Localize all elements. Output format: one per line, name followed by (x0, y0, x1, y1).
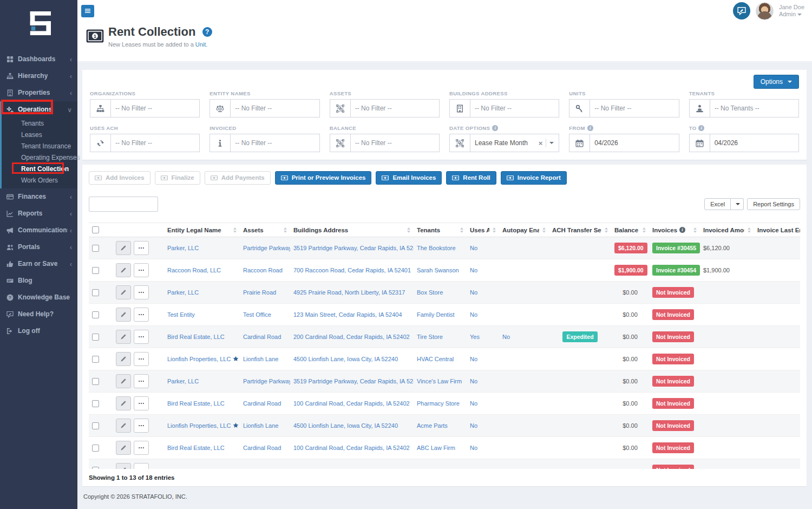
sidebar-item-communications[interactable]: Communications‹ (0, 222, 77, 239)
row-checkbox[interactable] (92, 289, 99, 296)
row-checkbox[interactable] (92, 267, 99, 274)
sidebar-item-dashboards[interactable]: Dashboards‹ (0, 51, 77, 68)
invoice-badge[interactable]: Not Invoiced (652, 331, 694, 342)
filter-units-input[interactable]: -- No Filter -- (569, 99, 679, 118)
sort-icon[interactable] (690, 227, 697, 233)
tenant-link[interactable]: Family Dentist (417, 311, 455, 318)
sidebar-item-rent-collection[interactable]: Rent Collection (2, 164, 77, 175)
edit-row-button[interactable] (116, 308, 131, 322)
sort-icon[interactable] (230, 227, 237, 233)
column-header-invoices[interactable]: Invoicesi (649, 223, 700, 237)
tenant-link[interactable]: The Bookstore (417, 245, 456, 251)
sidebar-item-blog[interactable]: Blog (0, 272, 77, 289)
filter-invoiced-input[interactable]: -- No Filter -- (209, 134, 319, 152)
entity-link[interactable]: Bird Real Estate, LLC (167, 445, 225, 451)
column-header-autopay-enabled[interactable]: Autopay Enabled (499, 223, 549, 237)
sidebar-item-reports[interactable]: Reports‹ (0, 205, 77, 222)
edit-row-button[interactable] (116, 263, 131, 277)
tenant-link[interactable]: Sarah Swanson (417, 267, 459, 273)
sort-icon[interactable] (639, 227, 646, 233)
asset-link[interactable]: Lionfish Lane (243, 356, 278, 362)
entity-link[interactable]: Test Entity (167, 311, 195, 318)
address-link[interactable]: 123 Main Street, Cedar Rapids, IA 52404 (293, 311, 402, 318)
filter-balance-input[interactable]: -- No Filter -- (330, 134, 440, 152)
row-checkbox[interactable] (92, 400, 99, 407)
asset-link[interactable]: Prairie Road (243, 289, 276, 296)
address-link[interactable]: 200 Cardinal Road, Cedar Rapids, IA 5240… (293, 334, 410, 340)
sidebar-item-knowledge-base[interactable]: ?Knowledge Base (0, 289, 77, 306)
avatar[interactable] (756, 2, 774, 20)
sidebar-item-operating-expenses[interactable]: Operating Expenses (2, 152, 77, 164)
page-help-icon[interactable]: ? (202, 27, 212, 37)
entity-link[interactable]: Bird Real Estate, LLC (167, 400, 225, 407)
column-header-balance[interactable]: Balance (611, 223, 649, 237)
filter-assets-input[interactable]: -- No Filter -- (330, 99, 440, 118)
row-more-actions-button[interactable] (134, 374, 149, 388)
tenant-link[interactable]: Pharmacy Store (417, 400, 460, 407)
tenant-link[interactable]: Box Store (417, 289, 443, 296)
sidebar-item-work-orders[interactable]: Work Orders (2, 175, 77, 186)
excel-button[interactable]: Excel (704, 198, 731, 210)
report-settings-button[interactable]: Report Settings (747, 198, 800, 210)
invoice-badge[interactable]: Not Invoiced (652, 398, 694, 409)
column-header-uses-ach[interactable]: Uses ACH (467, 223, 499, 237)
entity-link[interactable]: Parker, LLC (167, 378, 199, 384)
email-invoices-button[interactable]: Email Invoices (376, 171, 442, 185)
sort-icon[interactable] (457, 227, 463, 233)
entity-link[interactable]: Lionfish Properties, LLC (167, 356, 231, 362)
row-more-actions-button[interactable] (134, 241, 149, 255)
invoice-badge[interactable]: Not Invoiced (652, 354, 694, 364)
invoice-badge[interactable]: Not Invoiced (652, 309, 694, 320)
row-more-actions-button[interactable] (134, 308, 149, 322)
filter-to-input[interactable]: 04/2026 (689, 134, 799, 152)
asset-link[interactable]: Cardinal Road (243, 334, 281, 340)
column-header-entity-legal-name[interactable]: Entity Legal Name (164, 223, 240, 237)
sort-icon[interactable] (744, 227, 751, 233)
edit-row-button[interactable] (116, 396, 131, 410)
asset-link[interactable]: Raccoon Road (243, 267, 283, 273)
address-link[interactable]: 3519 Partridge Parkway, Cedar Rapids, IA… (293, 245, 414, 251)
address-link[interactable]: 100 Cardinal Road, Cedar Rapids, IA 5240… (293, 400, 410, 407)
finalize-button[interactable]: Finalize (155, 171, 200, 185)
row-more-actions-button[interactable] (134, 396, 149, 410)
add-payments-button[interactable]: Add Payments (205, 171, 271, 185)
row-more-actions-button[interactable] (134, 330, 149, 344)
address-link[interactable]: 3519 Partridge Parkway, Cedar Rapids, IA… (293, 378, 414, 384)
row-checkbox[interactable] (92, 467, 99, 469)
tenant-link[interactable]: Acme Parts (417, 422, 448, 429)
edit-row-button[interactable] (116, 241, 131, 255)
column-header-invoice-last-ema[interactable]: Invoice Last Ema (754, 223, 800, 237)
tenant-link[interactable]: HVAC Central (417, 356, 454, 362)
sidebar-item-tenants[interactable]: Tenants (2, 118, 77, 129)
invoice-badge[interactable]: Not Invoiced (652, 420, 694, 431)
app-logo[interactable] (0, 0, 77, 47)
entity-link[interactable]: Lionfish Properties, LLC (167, 422, 231, 429)
filter-from-input[interactable]: 04/2026 (569, 134, 679, 152)
column-header-assets[interactable]: Assets (240, 223, 290, 237)
invoice-badge[interactable]: Invoice #30454 (652, 265, 700, 276)
row-checkbox[interactable] (92, 378, 99, 385)
entity-link[interactable]: Parker, LLC (167, 245, 199, 251)
tenant-link[interactable]: ABC Law Firm (417, 445, 455, 451)
address-link[interactable]: 4500 Lionfish Lane, Iowa City, IA 52240 (293, 356, 398, 362)
row-more-actions-button[interactable] (134, 263, 149, 277)
row-more-actions-button[interactable] (134, 463, 149, 469)
sort-icon[interactable] (539, 227, 546, 233)
row-checkbox[interactable] (92, 356, 99, 363)
invoice-badge[interactable]: Not Invoiced (652, 442, 694, 453)
row-checkbox[interactable] (92, 311, 99, 318)
sidebar-item-properties[interactable]: Properties‹ (0, 84, 77, 101)
row-more-actions-button[interactable] (134, 352, 149, 366)
add-invoices-button[interactable]: Add Invoices (89, 171, 150, 185)
filter-entity-names-input[interactable]: -- No Filter -- (209, 99, 319, 118)
help-chat-button[interactable] (733, 2, 750, 19)
asset-link[interactable]: Test Office (243, 311, 271, 318)
edit-row-button[interactable] (116, 330, 131, 344)
options-button[interactable]: Options (754, 75, 799, 89)
balance-badge[interactable]: $6,120.00 (614, 243, 647, 253)
asset-link[interactable]: Lionfish Lane (243, 422, 278, 429)
invoice-badge[interactable]: Not Invoiced (652, 376, 694, 387)
edit-row-button[interactable] (116, 419, 131, 433)
sort-icon[interactable] (404, 227, 410, 233)
address-link[interactable]: 4500 Lionfish Lane, Iowa City, IA 52240 (293, 422, 398, 429)
